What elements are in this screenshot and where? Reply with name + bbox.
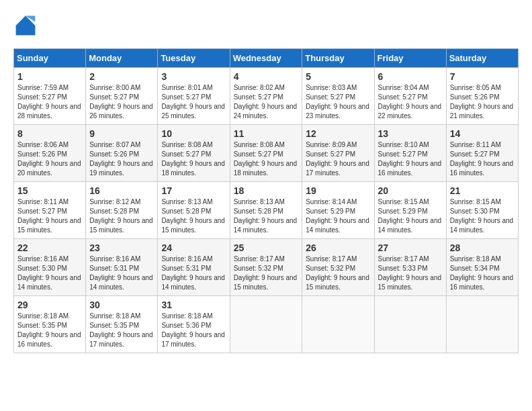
day-info: Sunrise: 8:08 AM Sunset: 5:27 PM Dayligh… xyxy=(234,140,299,178)
day-number: 6 xyxy=(378,71,443,82)
day-number: 3 xyxy=(161,71,226,82)
calendar-cell: 14 Sunrise: 8:11 AM Sunset: 5:27 PM Dayl… xyxy=(446,125,518,182)
day-number: 24 xyxy=(161,242,226,253)
calendar-cell: 18 Sunrise: 8:13 AM Sunset: 5:28 PM Dayl… xyxy=(230,182,302,239)
weekday-header-thursday: Thursday xyxy=(302,49,374,68)
calendar-cell: 6 Sunrise: 8:04 AM Sunset: 5:27 PM Dayli… xyxy=(374,68,446,125)
weekday-header-row: SundayMondayTuesdayWednesdayThursdayFrid… xyxy=(14,49,519,68)
day-info: Sunrise: 8:05 AM Sunset: 5:26 PM Dayligh… xyxy=(450,83,515,121)
day-info: Sunrise: 8:16 AM Sunset: 5:31 PM Dayligh… xyxy=(161,255,226,292)
logo-icon xyxy=(13,13,38,38)
day-number: 28 xyxy=(450,242,515,253)
day-number: 13 xyxy=(378,128,443,139)
day-number: 29 xyxy=(17,300,82,310)
day-info: Sunrise: 8:18 AM Sunset: 5:36 PM Dayligh… xyxy=(161,312,226,349)
day-info: Sunrise: 8:17 AM Sunset: 5:32 PM Dayligh… xyxy=(306,255,370,292)
calendar-cell: 13 Sunrise: 8:10 AM Sunset: 5:27 PM Dayl… xyxy=(374,125,446,182)
calendar-cell: 21 Sunrise: 8:15 AM Sunset: 5:30 PM Dayl… xyxy=(446,182,518,239)
day-number: 16 xyxy=(89,185,154,196)
day-number: 5 xyxy=(306,71,370,82)
day-info: Sunrise: 8:09 AM Sunset: 5:27 PM Dayligh… xyxy=(306,140,370,178)
day-number: 22 xyxy=(17,242,82,253)
calendar-cell: 22 Sunrise: 8:16 AM Sunset: 5:30 PM Dayl… xyxy=(14,239,86,296)
day-info: Sunrise: 8:04 AM Sunset: 5:27 PM Dayligh… xyxy=(378,83,443,121)
day-number: 27 xyxy=(378,242,443,253)
day-info: Sunrise: 8:13 AM Sunset: 5:28 PM Dayligh… xyxy=(161,197,226,235)
calendar-cell: 10 Sunrise: 8:08 AM Sunset: 5:27 PM Dayl… xyxy=(158,125,230,182)
day-info: Sunrise: 8:15 AM Sunset: 5:30 PM Dayligh… xyxy=(450,197,515,235)
calendar-cell xyxy=(446,296,518,353)
day-number: 12 xyxy=(306,128,370,139)
calendar-cell: 23 Sunrise: 8:16 AM Sunset: 5:31 PM Dayl… xyxy=(86,239,158,296)
day-info: Sunrise: 8:18 AM Sunset: 5:35 PM Dayligh… xyxy=(17,312,82,349)
weekday-header-tuesday: Tuesday xyxy=(158,49,230,68)
day-number: 14 xyxy=(450,128,515,139)
calendar-cell: 25 Sunrise: 8:17 AM Sunset: 5:32 PM Dayl… xyxy=(230,239,302,296)
calendar-cell: 7 Sunrise: 8:05 AM Sunset: 5:26 PM Dayli… xyxy=(446,68,518,125)
day-info: Sunrise: 8:17 AM Sunset: 5:33 PM Dayligh… xyxy=(378,255,443,292)
day-info: Sunrise: 8:15 AM Sunset: 5:29 PM Dayligh… xyxy=(378,197,443,235)
day-info: Sunrise: 8:11 AM Sunset: 5:27 PM Dayligh… xyxy=(17,197,82,235)
calendar-cell: 16 Sunrise: 8:12 AM Sunset: 5:28 PM Dayl… xyxy=(86,182,158,239)
calendar-cell xyxy=(302,296,374,353)
day-number: 25 xyxy=(234,242,299,253)
day-number: 30 xyxy=(89,300,154,310)
day-number: 21 xyxy=(450,185,515,196)
day-number: 19 xyxy=(306,185,370,196)
calendar-week-row: 22 Sunrise: 8:16 AM Sunset: 5:30 PM Dayl… xyxy=(14,239,519,296)
calendar-cell: 24 Sunrise: 8:16 AM Sunset: 5:31 PM Dayl… xyxy=(158,239,230,296)
day-info: Sunrise: 8:10 AM Sunset: 5:27 PM Dayligh… xyxy=(378,140,443,178)
logo xyxy=(13,13,42,38)
day-info: Sunrise: 8:16 AM Sunset: 5:31 PM Dayligh… xyxy=(89,255,154,292)
weekday-header-monday: Monday xyxy=(86,49,158,68)
calendar-cell: 15 Sunrise: 8:11 AM Sunset: 5:27 PM Dayl… xyxy=(14,182,86,239)
day-number: 11 xyxy=(234,128,299,139)
calendar-cell: 11 Sunrise: 8:08 AM Sunset: 5:27 PM Dayl… xyxy=(230,125,302,182)
calendar-week-row: 15 Sunrise: 8:11 AM Sunset: 5:27 PM Dayl… xyxy=(14,182,519,239)
day-info: Sunrise: 8:02 AM Sunset: 5:27 PM Dayligh… xyxy=(234,83,299,121)
day-info: Sunrise: 8:14 AM Sunset: 5:29 PM Dayligh… xyxy=(306,197,370,235)
weekday-header-saturday: Saturday xyxy=(446,49,518,68)
day-info: Sunrise: 8:00 AM Sunset: 5:27 PM Dayligh… xyxy=(89,83,154,121)
calendar-cell: 5 Sunrise: 8:03 AM Sunset: 5:27 PM Dayli… xyxy=(302,68,374,125)
weekday-header-wednesday: Wednesday xyxy=(230,49,302,68)
day-info: Sunrise: 8:18 AM Sunset: 5:34 PM Dayligh… xyxy=(450,255,515,292)
calendar-cell: 20 Sunrise: 8:15 AM Sunset: 5:29 PM Dayl… xyxy=(374,182,446,239)
day-info: Sunrise: 8:03 AM Sunset: 5:27 PM Dayligh… xyxy=(306,83,370,121)
day-number: 9 xyxy=(89,128,154,139)
calendar-cell: 2 Sunrise: 8:00 AM Sunset: 5:27 PM Dayli… xyxy=(86,68,158,125)
calendar-week-row: 29 Sunrise: 8:18 AM Sunset: 5:35 PM Dayl… xyxy=(14,296,519,353)
day-info: Sunrise: 8:07 AM Sunset: 5:26 PM Dayligh… xyxy=(89,140,154,178)
weekday-header-sunday: Sunday xyxy=(14,49,86,68)
day-number: 7 xyxy=(450,71,515,82)
day-number: 23 xyxy=(89,242,154,253)
calendar-cell: 28 Sunrise: 8:18 AM Sunset: 5:34 PM Dayl… xyxy=(446,239,518,296)
day-info: Sunrise: 8:01 AM Sunset: 5:27 PM Dayligh… xyxy=(161,83,226,121)
day-info: Sunrise: 8:17 AM Sunset: 5:32 PM Dayligh… xyxy=(234,255,299,292)
calendar-cell: 8 Sunrise: 8:06 AM Sunset: 5:26 PM Dayli… xyxy=(14,125,86,182)
day-info: Sunrise: 7:59 AM Sunset: 5:27 PM Dayligh… xyxy=(17,83,82,121)
day-number: 17 xyxy=(161,185,226,196)
day-number: 15 xyxy=(17,185,82,196)
day-info: Sunrise: 8:12 AM Sunset: 5:28 PM Dayligh… xyxy=(89,197,154,235)
calendar-cell xyxy=(374,296,446,353)
day-number: 26 xyxy=(306,242,370,253)
day-info: Sunrise: 8:13 AM Sunset: 5:28 PM Dayligh… xyxy=(234,197,299,235)
day-number: 10 xyxy=(161,128,226,139)
day-info: Sunrise: 8:18 AM Sunset: 5:35 PM Dayligh… xyxy=(89,312,154,349)
calendar-cell: 27 Sunrise: 8:17 AM Sunset: 5:33 PM Dayl… xyxy=(374,239,446,296)
calendar-cell: 29 Sunrise: 8:18 AM Sunset: 5:35 PM Dayl… xyxy=(14,296,86,353)
day-info: Sunrise: 8:11 AM Sunset: 5:27 PM Dayligh… xyxy=(450,140,515,178)
page-header xyxy=(13,13,519,38)
calendar-cell: 9 Sunrise: 8:07 AM Sunset: 5:26 PM Dayli… xyxy=(86,125,158,182)
calendar-week-row: 1 Sunrise: 7:59 AM Sunset: 5:27 PM Dayli… xyxy=(14,68,519,125)
day-number: 8 xyxy=(17,128,82,139)
calendar-cell: 4 Sunrise: 8:02 AM Sunset: 5:27 PM Dayli… xyxy=(230,68,302,125)
calendar-cell: 17 Sunrise: 8:13 AM Sunset: 5:28 PM Dayl… xyxy=(158,182,230,239)
calendar-cell xyxy=(230,296,302,353)
day-number: 31 xyxy=(161,300,226,310)
day-number: 20 xyxy=(378,185,443,196)
calendar-table: SundayMondayTuesdayWednesdayThursdayFrid… xyxy=(13,48,519,353)
day-info: Sunrise: 8:08 AM Sunset: 5:27 PM Dayligh… xyxy=(161,140,226,178)
calendar-cell: 30 Sunrise: 8:18 AM Sunset: 5:35 PM Dayl… xyxy=(86,296,158,353)
